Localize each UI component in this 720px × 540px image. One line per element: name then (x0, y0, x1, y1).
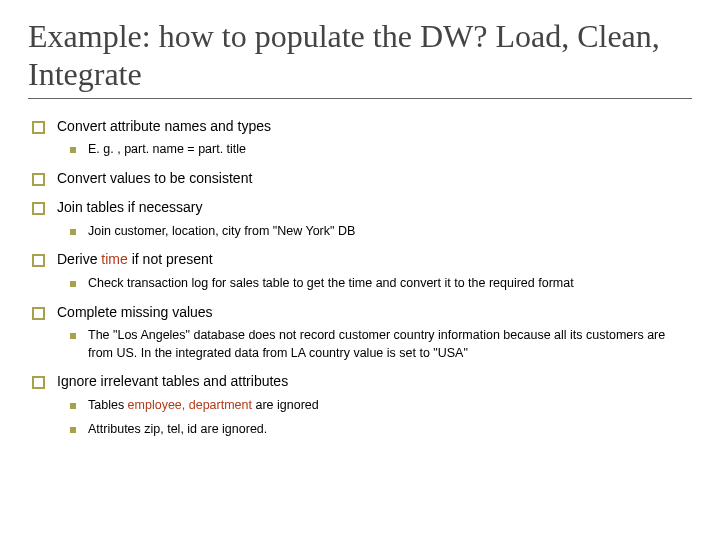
sub-list-item-label: Check transaction log for sales table to… (88, 275, 574, 293)
list-item: Derive time if not present (32, 250, 692, 269)
square-bullet-icon (32, 173, 45, 186)
sub-list-item: Join customer, location, city from "New … (70, 223, 692, 241)
list-item: Ignore irrelevant tables and attributes (32, 372, 692, 391)
text-span: Derive (57, 251, 101, 267)
emphasis-span: employee, department (128, 398, 252, 412)
list-item: Complete missing values (32, 303, 692, 322)
square-bullet-icon (70, 147, 76, 153)
square-bullet-icon (32, 307, 45, 320)
square-bullet-icon (32, 121, 45, 134)
list-item: Join tables if necessary (32, 198, 692, 217)
list-item-label: Join tables if necessary (57, 198, 203, 217)
list-item-label: Ignore irrelevant tables and attributes (57, 372, 288, 391)
list-item-label: Convert values to be consistent (57, 169, 252, 188)
list-item-label: Complete missing values (57, 303, 213, 322)
sub-list-item-label: The "Los Angeles" database does not reco… (88, 327, 692, 362)
sub-list-item: Check transaction log for sales table to… (70, 275, 692, 293)
text-span: are ignored (252, 398, 319, 412)
slide-title: Example: how to populate the DW? Load, C… (28, 18, 692, 99)
sub-list-item: E. g. , part. name = part. title (70, 141, 692, 159)
square-bullet-icon (70, 333, 76, 339)
sub-list-item-label: Tables employee, department are ignored (88, 397, 319, 415)
sub-list-item: Tables employee, department are ignored (70, 397, 692, 415)
sub-list-item: The "Los Angeles" database does not reco… (70, 327, 692, 362)
text-span: Tables (88, 398, 128, 412)
square-bullet-icon (70, 281, 76, 287)
list-item: Convert attribute names and types (32, 117, 692, 136)
square-bullet-icon (70, 229, 76, 235)
slide: Example: how to populate the DW? Load, C… (0, 0, 720, 438)
sub-list-item-label: Join customer, location, city from "New … (88, 223, 355, 241)
bullet-list: Convert attribute names and types E. g. … (28, 117, 692, 439)
sub-list-item-label: Attributes zip, tel, id are ignored. (88, 421, 267, 439)
list-item-label: Derive time if not present (57, 250, 213, 269)
list-item-label: Convert attribute names and types (57, 117, 271, 136)
square-bullet-icon (70, 427, 76, 433)
square-bullet-icon (32, 254, 45, 267)
list-item: Convert values to be consistent (32, 169, 692, 188)
sub-list-item-label: E. g. , part. name = part. title (88, 141, 246, 159)
text-span: if not present (128, 251, 213, 267)
square-bullet-icon (32, 202, 45, 215)
square-bullet-icon (70, 403, 76, 409)
emphasis-span: time (101, 251, 127, 267)
sub-list-item: Attributes zip, tel, id are ignored. (70, 421, 692, 439)
square-bullet-icon (32, 376, 45, 389)
